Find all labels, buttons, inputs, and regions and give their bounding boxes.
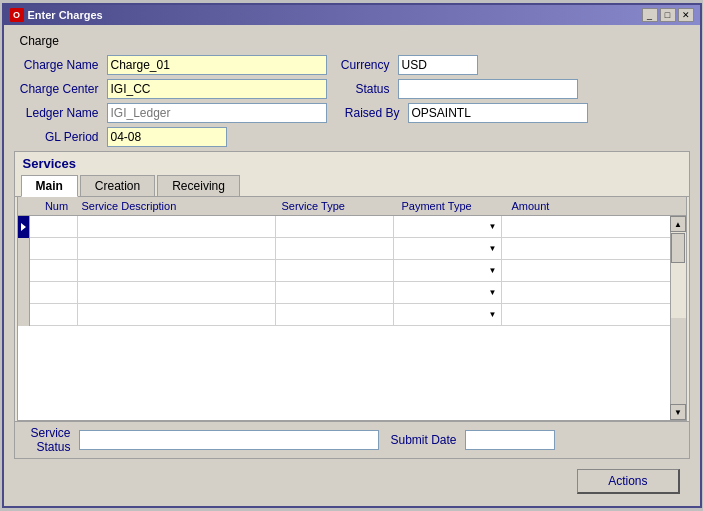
cell-num-5[interactable] bbox=[30, 304, 78, 325]
table-data-row-1: ▼ bbox=[30, 216, 670, 238]
amount-input-3[interactable] bbox=[504, 262, 578, 280]
amount-input-1[interactable] bbox=[504, 218, 578, 236]
submit-date-input[interactable] bbox=[465, 430, 555, 450]
col-header-payment: Payment Type bbox=[402, 200, 512, 212]
service-status-input[interactable] bbox=[79, 430, 379, 450]
scroll-down-button[interactable]: ▼ bbox=[670, 404, 686, 420]
cell-payment-4[interactable]: ▼ bbox=[394, 282, 502, 303]
desc-input-3[interactable] bbox=[80, 262, 273, 280]
cell-type-1[interactable] bbox=[276, 216, 394, 237]
maximize-button[interactable]: □ bbox=[660, 8, 676, 22]
vertical-scrollbar[interactable]: ▲ ▼ bbox=[670, 216, 686, 420]
tab-receiving[interactable]: Receiving bbox=[157, 175, 240, 196]
cell-desc-3[interactable] bbox=[78, 260, 276, 281]
type-input-1[interactable] bbox=[278, 218, 391, 236]
cell-amount-2[interactable] bbox=[502, 238, 580, 259]
desc-input-2[interactable] bbox=[80, 240, 273, 258]
cell-type-3[interactable] bbox=[276, 260, 394, 281]
tab-creation[interactable]: Creation bbox=[80, 175, 155, 196]
table-row: ▼ bbox=[18, 260, 670, 282]
table-data-row-3: ▼ bbox=[30, 260, 670, 282]
num-input-5[interactable] bbox=[32, 306, 75, 324]
charge-name-input[interactable] bbox=[107, 55, 327, 75]
cell-payment-2[interactable]: ▼ bbox=[394, 238, 502, 259]
scroll-up-button[interactable]: ▲ bbox=[670, 216, 686, 232]
cell-payment-3[interactable]: ▼ bbox=[394, 260, 502, 281]
scroll-thumb[interactable] bbox=[671, 233, 685, 263]
cell-type-5[interactable] bbox=[276, 304, 394, 325]
payment-select-wrapper-1: ▼ bbox=[396, 218, 499, 236]
table-data-row-2: ▼ bbox=[30, 238, 670, 260]
type-input-2[interactable] bbox=[278, 240, 391, 258]
raised-by-input[interactable] bbox=[408, 103, 588, 123]
type-input-5[interactable] bbox=[278, 306, 391, 324]
payment-select-3[interactable] bbox=[396, 262, 499, 280]
table-row: ▼ bbox=[18, 282, 670, 304]
col-header-amount: Amount bbox=[512, 200, 592, 212]
window-content: Charge Charge Name Currency Charge Cente… bbox=[4, 25, 700, 506]
type-input-4[interactable] bbox=[278, 284, 391, 302]
num-input-1[interactable] bbox=[32, 218, 75, 236]
gl-period-label: GL Period bbox=[14, 130, 99, 144]
desc-input-4[interactable] bbox=[80, 284, 273, 302]
payment-select-5[interactable] bbox=[396, 306, 499, 324]
amount-input-2[interactable] bbox=[504, 240, 578, 258]
desc-input-1[interactable] bbox=[80, 218, 273, 236]
title-buttons: _ □ ✕ bbox=[642, 8, 694, 22]
currency-label: Currency bbox=[335, 58, 390, 72]
row-indicator-3 bbox=[18, 260, 30, 282]
gl-period-input[interactable] bbox=[107, 127, 227, 147]
row-arrow-icon bbox=[21, 223, 26, 231]
charge-name-label: Charge Name bbox=[14, 58, 99, 72]
cell-desc-5[interactable] bbox=[78, 304, 276, 325]
col-header-type: Service Type bbox=[282, 200, 402, 212]
ledger-name-label: Ledger Name bbox=[14, 106, 99, 120]
payment-select-wrapper-5: ▼ bbox=[396, 306, 499, 324]
currency-input[interactable] bbox=[398, 55, 478, 75]
cell-amount-1[interactable] bbox=[502, 216, 580, 237]
cell-num-4[interactable] bbox=[30, 282, 78, 303]
amount-input-5[interactable] bbox=[504, 306, 578, 324]
desc-input-5[interactable] bbox=[80, 306, 273, 324]
menu-item-charge[interactable]: Charge bbox=[14, 33, 65, 49]
cell-desc-1[interactable] bbox=[78, 216, 276, 237]
table-body-wrapper: ▼ bbox=[18, 216, 686, 420]
tabs: Main Creation Receiving bbox=[15, 175, 689, 197]
tab-content: Num Service Description Service Type Pay… bbox=[17, 197, 687, 421]
payment-select-1[interactable] bbox=[396, 218, 499, 236]
cell-payment-5[interactable]: ▼ bbox=[394, 304, 502, 325]
charge-center-input[interactable] bbox=[107, 79, 327, 99]
charge-center-label: Charge Center bbox=[14, 82, 99, 96]
close-button[interactable]: ✕ bbox=[678, 8, 694, 22]
cell-payment-1[interactable]: ▼ bbox=[394, 216, 502, 237]
cell-amount-3[interactable] bbox=[502, 260, 580, 281]
cell-amount-4[interactable] bbox=[502, 282, 580, 303]
minimize-button[interactable]: _ bbox=[642, 8, 658, 22]
row-indicator-active bbox=[18, 216, 30, 238]
payment-select-4[interactable] bbox=[396, 284, 499, 302]
cell-num-3[interactable] bbox=[30, 260, 78, 281]
num-input-2[interactable] bbox=[32, 240, 75, 258]
cell-amount-5[interactable] bbox=[502, 304, 580, 325]
tab-main[interactable]: Main bbox=[21, 175, 78, 197]
num-input-3[interactable] bbox=[32, 262, 75, 280]
cell-desc-2[interactable] bbox=[78, 238, 276, 259]
status-input[interactable] bbox=[398, 79, 578, 99]
cell-desc-4[interactable] bbox=[78, 282, 276, 303]
table-row: ▼ bbox=[18, 216, 670, 238]
table-rows-container: ▼ bbox=[18, 216, 670, 420]
row-indicator-4 bbox=[18, 282, 30, 304]
row-indicator-2 bbox=[18, 238, 30, 260]
type-input-3[interactable] bbox=[278, 262, 391, 280]
payment-select-2[interactable] bbox=[396, 240, 499, 258]
cell-num-2[interactable] bbox=[30, 238, 78, 259]
ledger-name-input[interactable] bbox=[107, 103, 327, 123]
title-bar-left: O Enter Charges bbox=[10, 8, 103, 22]
amount-input-4[interactable] bbox=[504, 284, 578, 302]
cell-type-2[interactable] bbox=[276, 238, 394, 259]
cell-type-4[interactable] bbox=[276, 282, 394, 303]
actions-button[interactable]: Actions bbox=[577, 469, 679, 494]
cell-num-1[interactable] bbox=[30, 216, 78, 237]
table-row: ▼ bbox=[18, 238, 670, 260]
num-input-4[interactable] bbox=[32, 284, 75, 302]
